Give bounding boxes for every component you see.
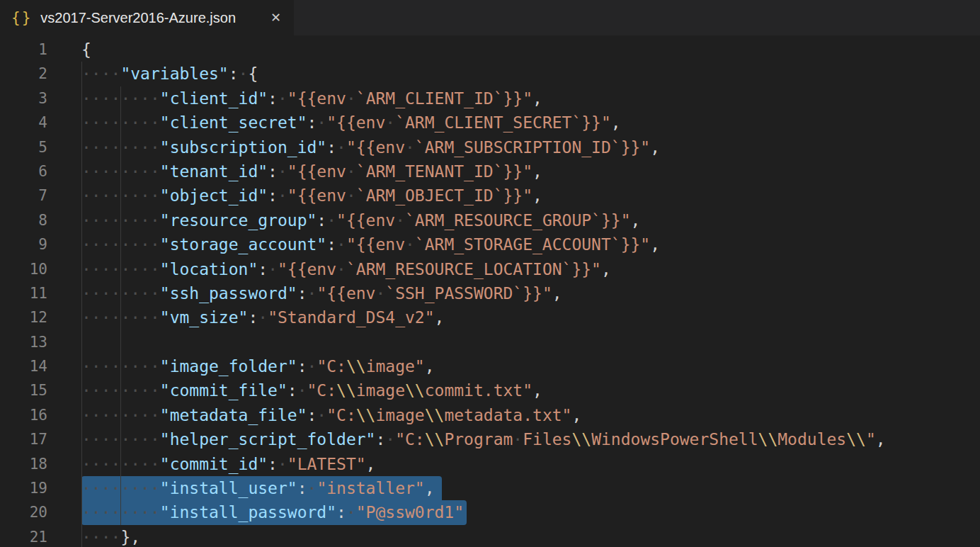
code-line-content[interactable]: ········"ssh_password":·"{{env·`SSH_PASS… [81, 281, 980, 305]
line-number[interactable]: 21 [0, 525, 47, 547]
code-line-content[interactable]: ········"commit_file":·"C:\\image\\commi… [81, 378, 980, 402]
code-line-content[interactable]: ········"commit_id":·"LATEST", [81, 452, 980, 476]
code-line-content[interactable]: ········"install_password":·"P@ssw0rd1" [81, 500, 980, 524]
line-number[interactable]: 8 [0, 208, 47, 232]
line-number[interactable]: 7 [0, 184, 47, 208]
code-line[interactable]: 4········"client_secret":·"{{env·`ARM_CL… [0, 111, 980, 135]
line-number[interactable]: 4 [0, 111, 47, 135]
code-line-content[interactable]: ········"subscription_id":·"{{env·`ARM_S… [81, 135, 980, 159]
code-line[interactable]: 18········"commit_id":·"LATEST", [0, 452, 980, 476]
code-line-content[interactable]: ····}, [81, 525, 980, 547]
code-line-content[interactable] [81, 330, 980, 354]
code-line[interactable]: 3········"client_id":·"{{env·`ARM_CLIENT… [0, 86, 980, 111]
line-number[interactable]: 1 [0, 38, 47, 62]
indent-guide [81, 330, 82, 354]
vscode-window: {} vs2017-Server2016-Azure.json ✕ 1{2···… [0, 0, 980, 547]
code-line-content[interactable]: ········"resource_group":·"{{env·`ARM_RE… [81, 208, 980, 232]
code-line[interactable]: 16········"metadata_file":·"C:\\image\\m… [0, 403, 980, 427]
line-number[interactable]: 17 [0, 427, 47, 451]
code-line-content[interactable]: ········"object_id":·"{{env·`ARM_OBJECT_… [81, 184, 980, 208]
code-line-content[interactable]: ········"helper_script_folder":·"C:\\Pro… [81, 427, 980, 451]
code-line[interactable]: 20········"install_password":·"P@ssw0rd1… [0, 500, 980, 524]
code-line-content[interactable]: ········"metadata_file":·"C:\\image\\met… [81, 403, 980, 427]
code-line[interactable]: 10········"location":·"{{env·`ARM_RESOUR… [0, 257, 980, 281]
code-line[interactable]: 11········"ssh_password":·"{{env·`SSH_PA… [0, 281, 980, 305]
line-number[interactable]: 3 [0, 86, 47, 111]
line-number[interactable]: 15 [0, 378, 47, 402]
code-line-content[interactable]: ········"image_folder":·"C:\\image", [81, 354, 980, 378]
tab-vs2017-server2016-azure-json[interactable]: {} vs2017-Server2016-Azure.json ✕ [0, 0, 294, 35]
json-braces-icon: {} [11, 11, 32, 26]
code-line[interactable]: 6········"tenant_id":·"{{env·`ARM_TENANT… [0, 159, 980, 184]
code-line[interactable]: 13 [0, 330, 980, 354]
code-line[interactable]: 14········"image_folder":·"C:\\image", [0, 354, 980, 378]
code-line[interactable]: 15········"commit_file":·"C:\\image\\com… [0, 378, 980, 402]
code-line[interactable]: 19········"install_user":·"installer", [0, 476, 980, 500]
code-line-content[interactable]: ········"storage_account":·"{{env·`ARM_S… [81, 232, 980, 256]
line-number[interactable]: 18 [0, 452, 47, 476]
code-line[interactable]: 1{ [0, 38, 980, 62]
tab-title: vs2017-Server2016-Azure.json [40, 10, 236, 26]
line-number[interactable]: 14 [0, 354, 47, 378]
code-line-content[interactable]: ········"location":·"{{env·`ARM_RESOURCE… [81, 257, 980, 281]
code-line-content[interactable]: ····"variables":·{ [81, 62, 980, 86]
line-number[interactable]: 12 [0, 305, 47, 329]
code-line[interactable]: 2····"variables":·{ [0, 62, 980, 86]
code-line[interactable]: 7········"object_id":·"{{env·`ARM_OBJECT… [0, 184, 980, 208]
line-number[interactable]: 19 [0, 476, 47, 500]
code-line[interactable]: 12········"vm_size":·"Standard_DS4_v2", [0, 305, 980, 329]
code-line[interactable]: 9········"storage_account":·"{{env·`ARM_… [0, 232, 980, 256]
indent-guide [120, 330, 121, 354]
code-line-content[interactable]: ········"tenant_id":·"{{env·`ARM_TENANT_… [81, 159, 980, 184]
code-editor: 1{2····"variables":·{3········"client_id… [0, 35, 980, 547]
code-line-content[interactable]: { [81, 38, 980, 62]
code-line-content[interactable]: ········"client_secret":·"{{env·`ARM_CLI… [81, 111, 980, 135]
tab-bar: {} vs2017-Server2016-Azure.json ✕ [0, 0, 980, 35]
line-number[interactable]: 6 [0, 159, 47, 184]
code-line-content[interactable]: ········"vm_size":·"Standard_DS4_v2", [81, 305, 980, 329]
line-number[interactable]: 11 [0, 281, 47, 305]
code-line[interactable]: 21····}, [0, 525, 980, 547]
close-icon[interactable]: ✕ [269, 10, 283, 26]
line-number[interactable]: 10 [0, 257, 47, 281]
line-number[interactable]: 9 [0, 232, 47, 256]
line-number[interactable]: 20 [0, 500, 47, 524]
line-number[interactable]: 5 [0, 135, 47, 159]
line-number[interactable]: 13 [0, 330, 47, 354]
line-number[interactable]: 16 [0, 403, 47, 427]
code-line[interactable]: 5········"subscription_id":·"{{env·`ARM_… [0, 135, 980, 159]
code-line[interactable]: 8········"resource_group":·"{{env·`ARM_R… [0, 208, 980, 232]
code-line-content[interactable]: ········"install_user":·"installer", [81, 476, 980, 500]
code-line-content[interactable]: ········"client_id":·"{{env·`ARM_CLIENT_… [81, 86, 980, 111]
line-number[interactable]: 2 [0, 62, 47, 86]
code-line[interactable]: 17········"helper_script_folder":·"C:\\P… [0, 427, 980, 451]
